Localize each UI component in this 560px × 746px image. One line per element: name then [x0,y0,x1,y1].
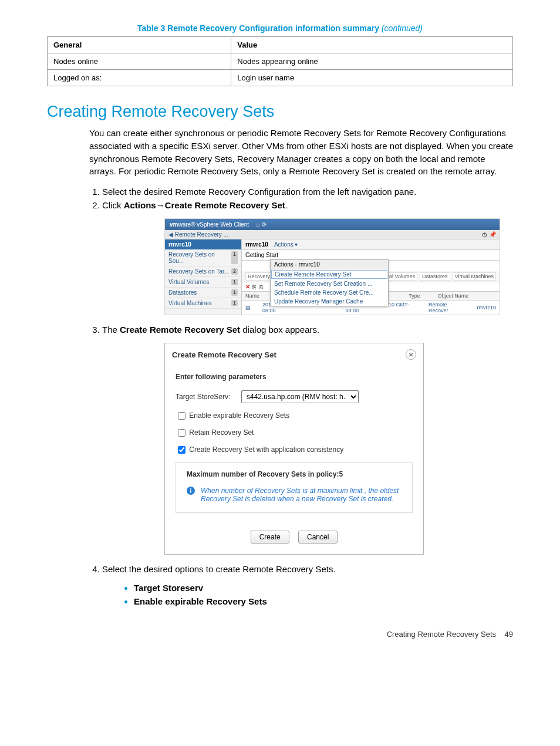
enable-expirable-checkbox[interactable] [178,412,185,420]
step-2: Click Actions→Create Remote Recovery Set… [102,200,513,315]
back-link[interactable]: ◀ Remote Recovery ... [168,231,228,238]
row-type: Remote Recover [429,302,465,313]
policy-heading: Maximum number of Recovery Sets in polic… [187,470,402,478]
dropdown-item[interactable]: Update Recovery Manager Cache [271,297,388,306]
close-icon[interactable]: ✕ [406,349,416,360]
setting-icon[interactable]: ⛭ [258,283,264,290]
dropdown-item[interactable]: Schedule Remote Recovery Set Cre... [271,288,388,297]
brand-text: ware® vSphere Web Client [178,221,249,228]
step-4: Select the desired options to create Rem… [102,564,513,574]
nav-badge: 1 [231,300,238,306]
footer-text: Creating Remote Recovery Sets [387,630,496,639]
nav-badge: 1 [231,289,238,296]
info-text: When number of Recovery Sets is at maxim… [201,487,402,503]
nav-label: Recovery Sets on Sou... [168,251,231,264]
crumb-name: rmvrc10 [245,241,268,248]
nav-label: Datastores [168,289,197,296]
target-storeserv-label: Target StoreServ: [176,393,241,401]
table-row: Logged on as: Login user name [48,70,513,86]
nav-badge: 2 [231,268,238,275]
step-1: Select the desired Remote Recovery Confi… [102,187,513,197]
summary-table: General Value Nodes online Nodes appeari… [47,36,513,86]
nav-sidebar: rmvrc10 Recovery Sets on Sou...1 Recover… [165,239,242,315]
pin-icon[interactable]: 📌 [489,231,496,238]
subtab[interactable]: Virtual Machines [453,272,496,281]
page-number: 49 [505,630,513,639]
checkbox-label: Create Recovery Set with application con… [189,445,343,454]
row-obj[interactable]: rmvrc10 [477,305,496,310]
nav-item[interactable]: Datastores1 [165,288,241,298]
caption-main: Table 3 Remote Recovery Configuration in… [137,23,379,33]
cell: Nodes online [48,53,231,70]
vsphere-screenshot: vmware® vSphere Web Client ⌂ ⟳ ◀ Remote … [164,218,500,315]
actions-menu[interactable]: Actions ▾ [274,241,298,248]
page-footer: Creating Remote Recovery Sets 49 [47,630,513,639]
target-storeserv-select[interactable]: s442.usa.hp.com (RMV host: h... [241,390,359,403]
create-button[interactable]: Create [251,531,289,544]
info-icon: i [187,487,195,495]
section-heading: Creating Remote Recovery Sets [47,103,513,121]
nav-label: Virtual Machines [168,300,212,306]
bold: Enable expirable Recovery Sets [134,596,267,606]
bullet-item: Enable expirable Recovery Sets [134,596,513,606]
dropdown-item[interactable]: Set Remote Recovery Set Creation ... [271,279,388,288]
nav-badge: 1 [231,251,238,264]
th-general: General [48,37,231,53]
cell: Nodes appearing online [231,53,513,70]
caption-continued: (continued) [382,23,423,33]
step-3: The Create Remote Recovery Set dialog bo… [102,325,513,555]
arrow-icon: → [156,200,165,210]
nav-selected[interactable]: rmvrc10 [165,239,241,249]
cell: Login user name [231,70,513,86]
tab-getting-started[interactable]: Getting Start [245,252,278,258]
clock-icon[interactable]: ◷ [482,231,487,238]
dropdown-header: Actions - rmvrc10 [271,260,388,269]
col-name: Name [245,293,259,299]
bold: Target Storeserv [134,583,203,593]
table-row: Nodes online Nodes appearing online [48,53,513,70]
dialog-subhead: Enter following parameters [176,373,413,381]
dropdown-item[interactable]: Create Remote Recovery Set [271,270,387,279]
actions-dropdown: Actions - rmvrc10 Create Remote Recovery… [270,259,389,306]
refresh-icon[interactable]: ⟳ [262,221,266,228]
nav-label: Virtual Volumes [168,279,209,285]
steps-list: Select the desired Remote Recovery Confi… [89,187,513,574]
cell: Logged on as: [48,70,231,86]
text: The [102,325,120,335]
options-bullets: Target Storeserv Enable expirable Recove… [123,583,513,606]
text: . [285,200,288,210]
text: dialog box appears. [240,325,319,335]
export-icon[interactable]: ⎘ [252,283,256,290]
table-caption: Table 3 Remote Recovery Configuration in… [47,23,513,33]
create-recovery-dialog: Create Remote Recovery Set ✕ Enter follo… [164,343,424,555]
subtab[interactable]: Datastores [420,272,450,281]
nav-label: Recovery Sets on Tar... [168,268,229,275]
nav-item[interactable]: Recovery Sets on Tar...2 [165,266,241,277]
bold: Create Remote Recovery Set [165,200,285,210]
col-object: Object Name [438,293,469,299]
home-icon[interactable]: ⌂ [257,221,260,228]
bullet-item: Target Storeserv [134,583,513,593]
row-icon: ▤ [245,305,251,310]
brand-bold: vm [170,221,178,228]
col-type: Type [409,293,420,299]
vsphere-header: vmware® vSphere Web Client ⌂ ⟳ [165,219,500,230]
nav-badge: 1 [231,279,238,285]
delete-icon[interactable]: ✕ [245,283,250,290]
checkbox-label: Retain Recovery Set [189,428,254,437]
text: Click [102,200,124,210]
cancel-button[interactable]: Cancel [298,531,338,544]
nav-item[interactable]: Virtual Machines1 [165,298,241,309]
retain-recovery-checkbox[interactable] [178,429,185,437]
app-consistency-checkbox[interactable] [178,446,185,454]
intro-paragraph: You can create either synchronous or per… [89,127,513,178]
bold: Create Remote Recovery Set [120,325,240,335]
th-value: Value [231,37,513,53]
nav-item[interactable]: Virtual Volumes1 [165,277,241,288]
nav-item[interactable]: Recovery Sets on Sou...1 [165,249,241,266]
checkbox-label: Enable expirable Recovery Sets [189,411,289,420]
policy-box: Maximum number of Recovery Sets in polic… [176,463,413,513]
bold: Actions [124,200,156,210]
dialog-title: Create Remote Recovery Set [172,350,276,359]
